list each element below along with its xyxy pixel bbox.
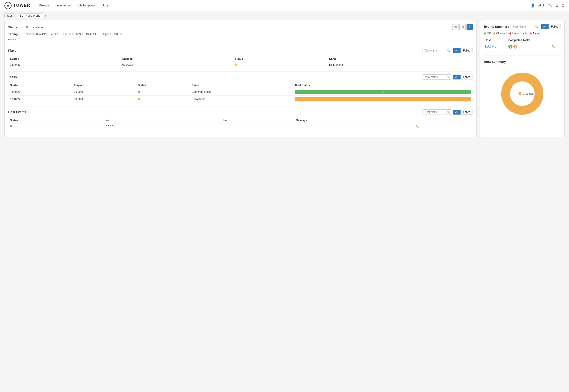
evt-col-host: Host	[484, 37, 508, 43]
top-navigation: A TOWER Projects Inventories Job Templat…	[0, 0, 569, 11]
evt-host-link[interactable]: 127.0.0.1	[485, 45, 496, 48]
host-summary-title: Host Summary	[484, 60, 561, 63]
tasks-col-status: Status	[136, 82, 190, 88]
logo-area: A TOWER	[4, 2, 30, 9]
elapsed-value: 00:00:06	[113, 33, 123, 36]
tasks-filter-failed[interactable]: Failed	[461, 75, 473, 80]
started-value: 06/24/15 13:40:17	[36, 33, 58, 36]
task-name: Hello World!	[190, 96, 293, 103]
nav-jobs[interactable]: Jobs	[103, 4, 108, 7]
breadcrumb: Jobs › 11 - Hello World! ❯	[0, 11, 569, 20]
timing-row: Timing Started 06/24/15 13:40:17 Finishe…	[8, 32, 473, 36]
donut-legend-label: Changed	[523, 92, 534, 95]
legend-changed-label: Changed	[496, 32, 507, 35]
logo-text: TOWER	[13, 3, 30, 8]
donut-chart-container: Changed	[484, 67, 561, 120]
tasks-filter-all[interactable]: All	[453, 75, 461, 80]
host-events-filter-all[interactable]: All	[453, 110, 461, 114]
events-filter-all[interactable]: All	[541, 24, 549, 29]
status-label: Status	[8, 26, 26, 29]
external-link-button[interactable]: ⧉	[452, 24, 459, 30]
plays-filter-group: All Failed	[453, 48, 473, 53]
events-summary-header: Events Summary 🔍 All Failed	[484, 24, 561, 29]
plays-controls: 🔍 All Failed	[422, 48, 473, 53]
host-bar-green: 1	[295, 90, 471, 94]
host-bar-orange: 1	[295, 97, 471, 101]
nav-links: Projects Inventories Job Templates Jobs	[39, 4, 531, 7]
host-events-filter-failed[interactable]: Failed	[461, 110, 473, 114]
breadcrumb-separator: ›	[15, 14, 16, 17]
events-search-icon: 🔍	[535, 25, 538, 28]
events-search-container: 🔍	[510, 24, 539, 29]
play-status	[233, 62, 327, 68]
monitor-icon[interactable]: 🖥	[555, 3, 559, 8]
play-started: 13:40:21	[8, 62, 121, 68]
nav-projects[interactable]: Projects	[39, 4, 50, 7]
plays-search-icon: 🔍	[447, 49, 450, 52]
task-elapsed: 00:00:02	[72, 88, 136, 96]
tasks-search-icon: 🔍	[447, 76, 450, 79]
tasks-controls: 🔍 All Failed	[422, 74, 473, 80]
plays-filter-all[interactable]: All	[453, 48, 461, 53]
finished-label: Finished	[63, 33, 73, 36]
nav-inventories[interactable]: Inventories	[57, 4, 71, 7]
plays-col-status: Status	[233, 56, 327, 62]
wrench-icon[interactable]: 🔧	[548, 3, 553, 8]
events-pencil-icon[interactable]: ✏️	[552, 45, 555, 48]
plays-table-head: Started Elapsed Status Name	[8, 56, 473, 62]
breadcrumb-arrow: ❯	[44, 14, 46, 17]
breadcrumb-jobs[interactable]: Jobs	[4, 13, 15, 18]
finished-value: 06/24/15 13:40:24	[75, 33, 96, 36]
host-summary-section: Host Summary Changed	[484, 55, 561, 120]
task-started: 13:40:21	[8, 88, 72, 96]
he-col-action	[414, 117, 473, 123]
he-col-message: Message	[294, 117, 414, 123]
status-buttons: ⧉ 🗑 ✈	[452, 24, 473, 30]
plays-col-name: Name	[327, 56, 473, 62]
donut-legend: Changed	[519, 92, 534, 95]
events-legend: OK Changed Unreachable Failed	[484, 32, 561, 35]
task-elapsed: 00:00:00	[72, 96, 136, 103]
evt-pencil: ✏️	[551, 43, 561, 50]
started-item: Started 06/24/15 13:40:17	[26, 33, 59, 36]
host-link[interactable]: 127.0.0.1	[105, 125, 116, 128]
tasks-section-header: Tasks 🔍 All Failed	[8, 71, 473, 80]
events-filter-failed[interactable]: Failed	[549, 24, 561, 29]
task-started: 13:40:24	[8, 96, 72, 103]
tasks-header-row: Started Elapsed Status Name Host Status	[8, 82, 473, 88]
legend-ok: OK	[484, 32, 491, 35]
status-dot	[26, 26, 28, 28]
tasks-table-body: 13:40:21 00:00:02 Gathering Facts 1 13:4…	[8, 88, 473, 103]
host-events-section-header: Host Events 🔍 All Failed	[8, 107, 473, 115]
relaunch-button[interactable]: ✈	[466, 24, 473, 30]
legend-unreachable-dot	[509, 32, 511, 35]
elapsed-item: Elapsed 00:00:06	[101, 33, 123, 36]
events-table-body: 127.0.0.1 2 1 ✏️	[484, 43, 561, 50]
pencil-icon[interactable]: ✏️	[415, 125, 419, 128]
legend-failed-dot	[530, 32, 532, 35]
sign-out-icon[interactable]: ⬡	[561, 3, 565, 8]
admin-label: admin	[538, 4, 545, 7]
status-text: Successful	[30, 26, 44, 29]
legend-failed-label: Failed	[533, 32, 540, 35]
he-pencil: ✏️	[414, 123, 473, 130]
events-table: Host Completed Tasks 127.0.0.1 2 1 ✏️	[484, 37, 561, 50]
events-header-row: Host Completed Tasks	[484, 37, 561, 43]
host-events-controls: 🔍 All Failed	[422, 110, 473, 115]
ok-badge: 2	[508, 45, 512, 49]
host-events-table: Status Host Item Message 127.0.0.1 ✏️	[8, 117, 473, 130]
finished-item: Finished 06/24/15 13:40:24	[63, 33, 97, 36]
nav-job-templates[interactable]: Job Templates	[77, 4, 96, 7]
plays-section-header: Plays 🔍 All Failed	[8, 48, 473, 53]
right-panel: Events Summary 🔍 All Failed OK Change	[480, 20, 565, 137]
plays-filter-failed[interactable]: Failed	[461, 48, 473, 53]
donut-legend-dot	[519, 92, 522, 95]
events-filter-group: All Failed	[541, 24, 561, 29]
evt-counts: 2 1	[508, 43, 551, 50]
legend-ok-label: OK	[487, 32, 491, 35]
more-link[interactable]: more ▾	[8, 38, 16, 41]
he-message	[294, 123, 414, 130]
delete-button[interactable]: 🗑	[459, 24, 466, 30]
timing-label: Timing	[8, 32, 26, 36]
plays-table: Started Elapsed Status Name 13:40:21 00:…	[8, 56, 473, 68]
